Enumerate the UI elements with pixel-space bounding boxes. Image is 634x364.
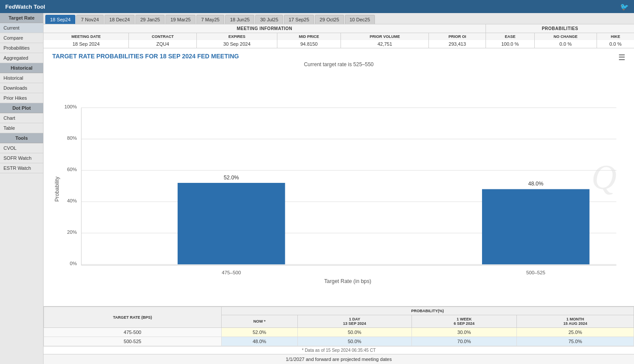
svg-text:Probability: Probability (54, 176, 60, 202)
meeting-info-section: MEETING INFORMATION MEETING DATE CONTRAC… (44, 24, 486, 48)
app-header: FedWatch Tool 🐦 (0, 0, 634, 13)
app-title: FedWatch Tool (5, 3, 45, 10)
sidebar-item-estr-watch[interactable]: ESTR Watch (0, 163, 43, 173)
val-ease: 100.0 % (486, 40, 534, 48)
tab-7-may25[interactable]: 7 May25 (196, 15, 224, 24)
hamburger-menu[interactable]: ☰ (618, 53, 625, 62)
col-ease: EASE (486, 33, 534, 40)
sidebar-item-table[interactable]: Table (0, 123, 43, 133)
tab-10-dec25[interactable]: 10 Dec25 (345, 15, 375, 24)
bar-label-475-500: 52.0% (224, 175, 239, 181)
val-hike: 0.0 % (597, 40, 634, 48)
tab-18-jun25[interactable]: 18 Jun25 (225, 15, 254, 24)
probabilities-title: PROBABILITIES (486, 24, 634, 33)
sidebar-item-downloads[interactable]: Downloads (0, 83, 43, 93)
bar-xlabel-500-525: 500–525 (526, 270, 545, 275)
target-rate-header: TARGET RATE (BPS) (44, 307, 222, 328)
bar-chart-container: 0% 20% 40% 60% 80% 100% Probability (52, 71, 625, 294)
svg-text:100%: 100% (64, 104, 77, 109)
now-475-500: 52.0% (221, 328, 297, 337)
col-1day: 1 DAY13 SEP 2024 (298, 315, 412, 328)
rate-475-500: 475-500 (44, 328, 222, 337)
svg-text:0%: 0% (70, 261, 77, 266)
col-1month: 1 MONTH15 AUG 2024 (517, 315, 634, 328)
dot-plot-section-btn[interactable]: Dot Plot (0, 103, 43, 113)
tab-7-nov24[interactable]: 7 Nov24 (76, 15, 104, 24)
svg-text:60%: 60% (67, 167, 77, 172)
sidebar-item-sofr-watch[interactable]: SOFR Watch (0, 153, 43, 163)
week1-500-525: 70.0% (411, 337, 517, 346)
col-expires: EXPIRES (197, 33, 277, 40)
chart-title: TARGET RATE PROBABILITIES FOR 18 SEP 202… (52, 53, 625, 60)
sidebar-item-aggregated[interactable]: Aggregated (0, 53, 43, 63)
meeting-info-table: MEETING DATE CONTRACT EXPIRES MID PRICE … (44, 33, 486, 48)
day1-475-500: 50.0% (298, 328, 412, 337)
table-row: 475-500 52.0% 50.0% 30.0% 25.0% (44, 328, 634, 337)
probability-header: PROBABILITY(%) (221, 307, 634, 315)
bar-label-500-525: 48.0% (528, 181, 543, 187)
val-prior-volume: 42,751 (341, 40, 429, 48)
val-prior-oi: 293,413 (429, 40, 486, 48)
rate-500-525: 500-525 (44, 337, 222, 346)
tab-17-sep25[interactable]: 17 Sep25 (284, 15, 314, 24)
bar-475-500 (178, 183, 285, 264)
col-contract: CONTRACT (129, 33, 197, 40)
chart-area: TARGET RATE PROBABILITIES FOR 18 SEP 202… (44, 48, 634, 306)
tab-18-dec24[interactable]: 18 Dec24 (105, 15, 135, 24)
date-tabs: 18 Sep247 Nov2418 Dec2429 Jan2519 Mar257… (44, 13, 634, 24)
x-axis-label: Target Rate (in bps) (324, 278, 371, 284)
col-prior-volume: PRIOR VOLUME (341, 33, 429, 40)
tab-18-sep24[interactable]: 18 Sep24 (45, 15, 75, 24)
day1-500-525: 50.0% (298, 337, 412, 346)
sidebar-item-historical[interactable]: Historical (0, 73, 43, 83)
sidebar-item-prior-hikes[interactable]: Prior Hikes (0, 93, 43, 103)
svg-text:80%: 80% (67, 135, 77, 141)
val-no-change: 0.0 % (534, 40, 597, 48)
sidebar-item-current[interactable]: Current (0, 23, 43, 33)
bar-chart-svg: 0% 20% 40% 60% 80% 100% Probability (52, 71, 625, 294)
col-mid-price: MID PRICE (277, 33, 341, 40)
col-now: NOW * (221, 315, 297, 328)
svg-text:20%: 20% (67, 229, 77, 235)
val-contract: ZQU4 (129, 40, 197, 48)
month1-475-500: 25.0% (517, 328, 634, 337)
probability-table: TARGET RATE (BPS) PROBABILITY(%) NOW * 1… (44, 307, 634, 346)
col-1week: 1 WEEK6 SEP 2024 (411, 315, 517, 328)
month1-500-525: 75.0% (517, 337, 634, 346)
bar-xlabel-475-500: 475–500 (222, 270, 241, 275)
sidebar-item-compare[interactable]: Compare (0, 33, 43, 43)
info-panel: MEETING INFORMATION MEETING DATE CONTRAC… (44, 24, 634, 48)
chart-subtitle: Current target rate is 525–550 (52, 61, 625, 67)
probabilities-panel: PROBABILITIES EASE NO CHANGE HIKE 100.0 … (486, 24, 634, 48)
sidebar-item-cvol[interactable]: CVOL (0, 143, 43, 153)
tab-19-mar25[interactable]: 19 Mar25 (165, 15, 195, 24)
now-500-525: 48.0% (221, 337, 297, 346)
col-meeting-date: MEETING DATE (44, 33, 129, 40)
val-mid-price: 94.8150 (277, 40, 341, 48)
tab-29-jan25[interactable]: 29 Jan25 (135, 15, 165, 24)
week1-475-500: 30.0% (411, 328, 517, 337)
val-expires: 30 Sep 2024 (197, 40, 277, 48)
sidebar-item-probabilities[interactable]: Probabilities (0, 43, 43, 53)
val-meeting-date: 18 Sep 2024 (44, 40, 129, 48)
tab-29-oct25[interactable]: 29 Oct25 (315, 15, 344, 24)
table-row: 500-525 48.0% 50.0% 70.0% 75.0% (44, 337, 634, 346)
tab-30-jul25[interactable]: 30 Jul25 (255, 15, 283, 24)
sidebar: Target Rate Current Compare Probabilitie… (0, 13, 44, 364)
col-hike: HIKE (597, 33, 634, 40)
data-footnote: * Data as of 15 Sep 2024 06:35:45 CT (44, 346, 634, 354)
col-no-change: NO CHANGE (534, 33, 597, 40)
sidebar-item-chart[interactable]: Chart (0, 113, 43, 123)
tools-section-btn[interactable]: Tools (0, 133, 43, 143)
meeting-info-title: MEETING INFORMATION (44, 24, 486, 33)
historical-section-btn[interactable]: Historical (0, 63, 43, 73)
bottom-table-section: TARGET RATE (BPS) PROBABILITY(%) NOW * 1… (44, 306, 634, 364)
col-prior-oi: PRIOR OI (429, 33, 486, 40)
svg-text:40%: 40% (67, 198, 77, 203)
twitter-icon[interactable]: 🐦 (620, 3, 629, 11)
bar-500-525 (482, 189, 590, 264)
probabilities-table: EASE NO CHANGE HIKE 100.0 % 0.0 % 0.0 % (486, 33, 634, 48)
footer-note: 1/1/2027 and forward are projected meeti… (44, 354, 634, 364)
target-rate-section-btn[interactable]: Target Rate (0, 13, 43, 23)
